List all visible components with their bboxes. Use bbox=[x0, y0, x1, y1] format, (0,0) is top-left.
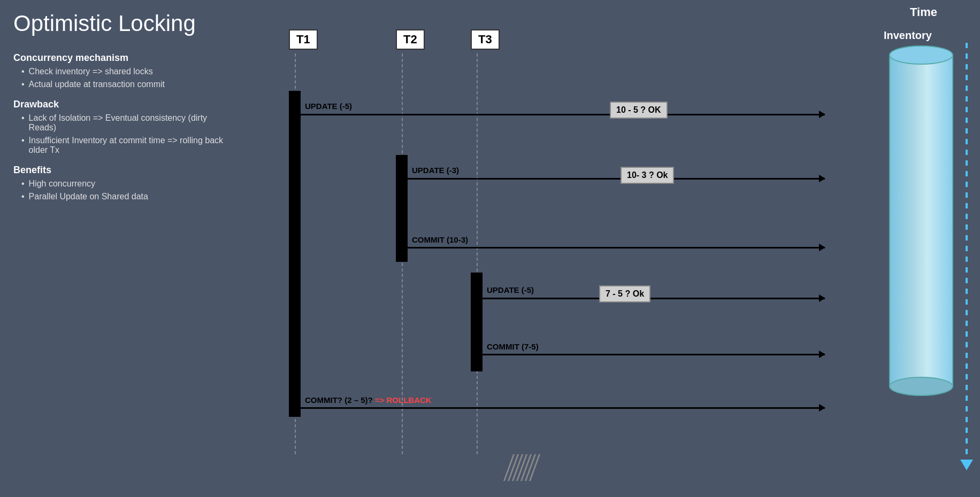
bullet-parallel-update: Parallel Update on Shared data bbox=[21, 192, 233, 201]
t3-update-label: UPDATE (-5) bbox=[487, 285, 534, 294]
cylinder-container bbox=[889, 45, 953, 415]
t1-label: T1 bbox=[289, 29, 318, 50]
rollback-text: => ROLLBACK bbox=[375, 395, 432, 405]
t2-commit-label: COMMIT (10-3) bbox=[412, 235, 468, 244]
t2-update-label: UPDATE (-3) bbox=[412, 166, 459, 175]
benefits-heading: Benefits bbox=[13, 165, 233, 176]
t1-check-box: 10 - 5 ? OK bbox=[610, 102, 668, 119]
t3-commit-label: COMMIT (7-5) bbox=[487, 342, 539, 351]
bullet-lack-isolation: Lack of Isolation => Eventual consistenc… bbox=[21, 113, 233, 133]
cylinder-body bbox=[889, 55, 953, 386]
hatch-lines bbox=[508, 454, 535, 481]
t3-commit-arrow bbox=[483, 354, 825, 355]
bullet-check-inventory: Check inventory => shared locks bbox=[21, 67, 233, 76]
t3-check-box: 7 - 5 ? Ok bbox=[599, 285, 650, 302]
t3-label: T3 bbox=[471, 29, 500, 50]
time-arrow-head bbox=[960, 460, 973, 470]
t1-rollback-label: COMMIT? (2 – 5)? => ROLLBACK bbox=[305, 395, 432, 405]
drawback-heading: Drawback bbox=[13, 99, 233, 110]
concurrency-heading: Concurrency mechanism bbox=[13, 52, 233, 64]
t1-update-label: UPDATE (-5) bbox=[305, 102, 352, 111]
bullet-actual-update: Actual update at transaction commit bbox=[21, 80, 233, 89]
page-title: Optimistic Locking bbox=[13, 11, 233, 36]
t2-commit-arrow bbox=[408, 247, 825, 248]
inventory-label: Inventory bbox=[884, 29, 932, 42]
cylinder bbox=[889, 45, 953, 415]
t2-update-arrow bbox=[408, 178, 825, 180]
t2-label: T2 bbox=[396, 29, 425, 50]
t3-block bbox=[471, 273, 483, 371]
time-arrow bbox=[959, 43, 975, 470]
bullet-high-concurrency: High concurrency bbox=[21, 179, 233, 189]
main-container: Optimistic Locking Concurrency mechanism… bbox=[0, 0, 980, 497]
bullet-insufficient-inventory: Insufficient Inventory at commit time =>… bbox=[21, 136, 233, 155]
t3-update-arrow bbox=[483, 298, 825, 299]
time-arrow-line bbox=[966, 43, 968, 460]
cylinder-bottom bbox=[889, 377, 953, 396]
t1-rollback-arrow bbox=[301, 407, 825, 409]
time-label: Time bbox=[910, 5, 937, 19]
t2-block bbox=[396, 155, 408, 262]
t1-block bbox=[289, 91, 301, 417]
diagram-area: Time Inventory T1 T2 T3 UPDATE (-5) 10 -… bbox=[246, 0, 980, 497]
cylinder-top bbox=[889, 45, 953, 65]
left-panel: Optimistic Locking Concurrency mechanism… bbox=[0, 0, 246, 497]
t1-update-arrow bbox=[301, 114, 825, 115]
t2-check-box: 10- 3 ? Ok bbox=[621, 167, 674, 184]
